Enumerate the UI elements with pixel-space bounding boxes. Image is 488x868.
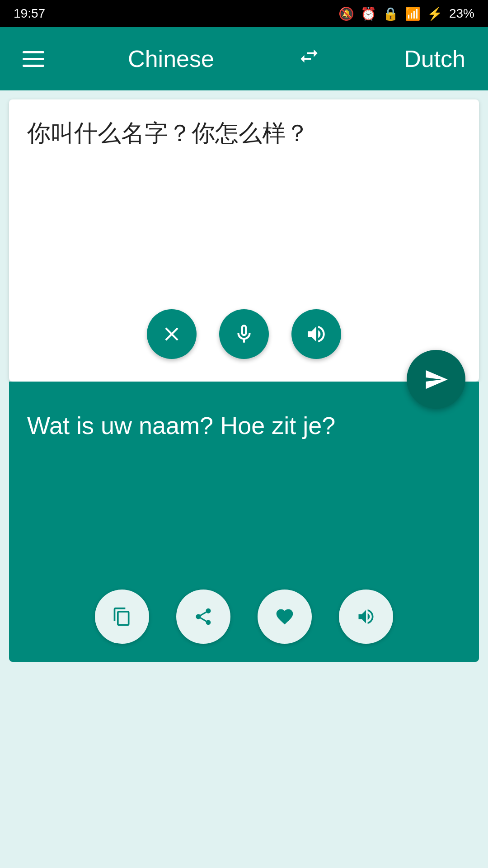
copy-button[interactable]: [95, 590, 149, 644]
signal-icon: 📶: [405, 6, 421, 21]
source-language[interactable]: Chinese: [128, 45, 214, 72]
lock-icon: 🔒: [383, 6, 399, 21]
alarm-icon: ⏰: [361, 6, 376, 21]
status-icons: 🔕 ⏰ 🔒 📶 ⚡ 23%: [338, 6, 474, 21]
target-language[interactable]: Dutch: [404, 45, 465, 72]
status-time: 19:57: [14, 6, 45, 21]
swap-languages-button[interactable]: [298, 45, 320, 73]
favorite-button[interactable]: [258, 590, 312, 644]
input-controls: [9, 300, 479, 368]
share-button[interactable]: [176, 590, 230, 644]
nav-bar: Chinese Dutch: [0, 27, 488, 90]
translate-button[interactable]: [407, 350, 465, 409]
translated-text: Wat is uw naam? Hoe zit je?: [27, 409, 461, 443]
status-bar: 19:57 🔕 ⏰ 🔒 📶 ⚡ 23%: [0, 0, 488, 27]
clear-button[interactable]: [147, 309, 197, 359]
output-speaker-button[interactable]: [339, 590, 393, 644]
notification-icon: 🔕: [338, 6, 354, 21]
input-section: 你叫什么名字？你怎么样？: [9, 99, 479, 382]
battery-level: 23%: [449, 6, 474, 21]
charging-icon: ⚡: [427, 6, 443, 21]
speaker-button[interactable]: [291, 309, 341, 359]
microphone-button[interactable]: [219, 309, 269, 359]
output-controls: [9, 590, 479, 644]
output-section: Wat is uw naam? Hoe zit je?: [9, 382, 479, 662]
menu-button[interactable]: [23, 51, 44, 67]
